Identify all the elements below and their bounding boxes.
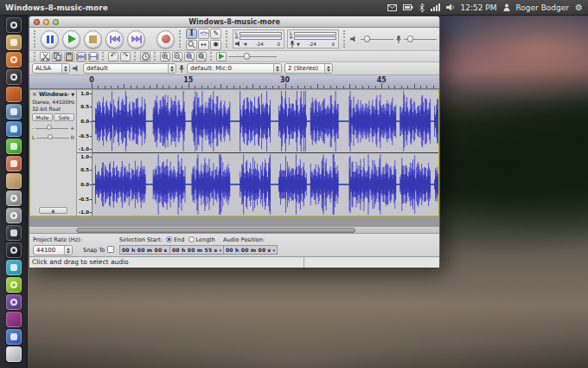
cut-button[interactable] <box>40 52 50 61</box>
snap-to-checkbox[interactable] <box>107 246 114 253</box>
selection-start-field[interactable]: 00 h 00 m 00 s▾ <box>119 245 174 255</box>
launcher-software-center[interactable] <box>6 173 22 189</box>
clock[interactable]: 12:52 PM <box>461 3 497 12</box>
launcher-purple-app[interactable] <box>6 312 22 327</box>
play-at-speed-button[interactable] <box>216 52 227 61</box>
track-collapse-button[interactable]: ▲ <box>39 207 67 214</box>
launcher-files[interactable] <box>6 35 22 50</box>
project-rate-select[interactable]: 44100 <box>33 245 73 255</box>
toolbar-grip[interactable] <box>343 30 346 48</box>
input-channels-select[interactable]: 2 (Stereo) <box>284 63 333 74</box>
multi-tool-button[interactable]: ✱ <box>210 40 221 50</box>
undo-button[interactable]: ↶ <box>108 52 118 61</box>
track-menu-arrow-icon[interactable]: ▼ <box>71 92 74 97</box>
toolbar-grip[interactable] <box>102 52 105 61</box>
scrollbar-thumb[interactable] <box>76 228 355 233</box>
waveform-right-channel[interactable] <box>93 153 438 216</box>
launcher-libreoffice[interactable] <box>6 104 22 119</box>
toolbar-grip[interactable] <box>154 52 157 61</box>
output-volume-slider[interactable] <box>361 35 393 43</box>
launcher-camera-lens[interactable] <box>6 242 22 258</box>
track-area[interactable]: × Windows-8- ▼ Stereo, 44100Hz 32-bit fl… <box>29 89 439 226</box>
zoom-tool-button[interactable] <box>186 40 197 50</box>
session-gear-icon[interactable]: ⚙ <box>575 3 583 12</box>
envelope-tool-button[interactable] <box>198 29 209 39</box>
draw-tool-button[interactable]: ✎ <box>210 29 221 39</box>
track-name[interactable]: Windows-8- <box>39 91 69 98</box>
gain-min-label: - <box>32 125 34 131</box>
pause-button[interactable] <box>41 30 59 48</box>
selection-tool-button[interactable]: I <box>186 29 197 39</box>
track-close-button[interactable]: × <box>32 91 37 98</box>
paste-button[interactable] <box>64 52 74 61</box>
toolbar-grip[interactable] <box>226 30 228 48</box>
launcher-image-viewer[interactable] <box>6 225 22 241</box>
launcher-libreoffice-calc[interactable] <box>6 139 22 154</box>
volume-icon[interactable] <box>446 3 455 11</box>
user-menu[interactable]: Roger Bodger <box>516 3 570 12</box>
skip-to-start-button[interactable] <box>105 30 124 48</box>
zoom-out-button[interactable] <box>172 52 182 61</box>
toolbar-grip[interactable] <box>179 30 182 48</box>
launcher-screenshot[interactable] <box>6 190 22 206</box>
zoom-in-button[interactable] <box>160 52 170 61</box>
gain-slider[interactable] <box>35 124 68 131</box>
playback-meter[interactable]: L R ▼ -24 0 <box>233 29 284 48</box>
launcher-blue-app[interactable] <box>6 329 22 345</box>
window-titlebar[interactable]: Windows-8-music-more <box>29 16 439 28</box>
input-volume-slider[interactable] <box>404 35 437 43</box>
fit-selection-button[interactable] <box>184 52 195 61</box>
timeshift-tool-button[interactable]: ↔ <box>198 40 209 50</box>
message-icon[interactable] <box>387 4 397 11</box>
launcher-photos[interactable] <box>6 260 22 275</box>
recording-meter[interactable]: L R ▼ -24 0 <box>287 29 339 48</box>
field-dropdown-icon[interactable]: ▾ <box>219 248 221 253</box>
audio-position-field[interactable]: 00 h 00 m 00 s▾ <box>223 245 278 255</box>
launcher-ubuntu-one[interactable] <box>6 87 22 102</box>
toolbar-grip[interactable] <box>134 52 137 61</box>
record-button[interactable] <box>157 30 175 48</box>
battery-icon[interactable] <box>403 4 413 10</box>
playback-speed-slider[interactable] <box>228 52 277 61</box>
end-radio[interactable] <box>166 236 172 242</box>
launcher-media-player[interactable] <box>6 69 22 85</box>
waveform-display[interactable] <box>93 90 438 216</box>
network-signal-icon[interactable] <box>431 3 440 11</box>
timeline-ruler[interactable]: 0153045 <box>29 75 439 89</box>
play-button[interactable] <box>62 30 80 48</box>
launcher-green-app[interactable] <box>6 277 22 293</box>
launcher-headphones-app[interactable] <box>6 294 22 310</box>
horizontal-scrollbar[interactable] <box>29 226 439 234</box>
waveform-left-channel[interactable] <box>93 90 438 152</box>
output-device-select[interactable]: default <box>83 63 176 74</box>
selection-end-field[interactable]: 00 h 00 m 55 s▾ <box>169 245 224 255</box>
field-dropdown-icon[interactable]: ▾ <box>272 248 275 253</box>
toolbar-grip[interactable] <box>210 52 213 61</box>
skip-to-end-button[interactable] <box>127 30 145 48</box>
mute-button[interactable]: Mute <box>32 113 53 121</box>
sync-lock-button[interactable] <box>140 52 150 61</box>
launcher-trash[interactable] <box>6 346 22 362</box>
launcher-screenshot-2[interactable] <box>6 208 22 223</box>
stop-button[interactable] <box>84 30 102 48</box>
launcher-libreoffice-writer[interactable] <box>6 121 22 137</box>
audio-track[interactable]: × Windows-8- ▼ Stereo, 44100Hz 32-bit fl… <box>29 89 439 216</box>
trim-button[interactable] <box>76 52 86 61</box>
launcher-firefox[interactable] <box>6 52 22 68</box>
audio-host-select[interactable]: ALSA <box>32 63 70 74</box>
bluetooth-icon[interactable] <box>419 3 425 12</box>
meter-dropdown-arrow[interactable]: ▼ <box>244 42 247 47</box>
input-device-select[interactable]: default: Mic:0 <box>187 63 282 74</box>
length-radio[interactable] <box>189 236 195 242</box>
silence-button[interactable] <box>88 52 99 61</box>
fit-project-button[interactable] <box>196 52 207 61</box>
pan-slider[interactable] <box>36 133 68 140</box>
launcher-libreoffice-impress[interactable] <box>6 156 22 171</box>
redo-button[interactable]: ↷ <box>120 52 131 61</box>
copy-button[interactable] <box>52 52 62 61</box>
toolbar-grip[interactable] <box>34 30 36 48</box>
solo-button[interactable]: Solo <box>54 113 74 121</box>
launcher-dash-home[interactable] <box>6 17 22 33</box>
toolbar-grip[interactable] <box>34 52 36 61</box>
meter-dropdown-arrow[interactable]: ▼ <box>297 42 300 47</box>
